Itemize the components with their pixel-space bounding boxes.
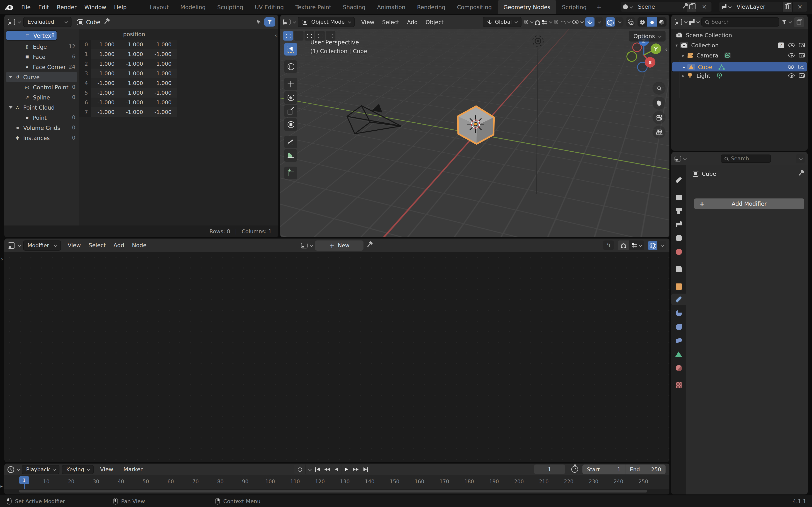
hide-eye-toggle[interactable] xyxy=(788,65,794,69)
topbar-menu[interactable]: File xyxy=(17,4,35,10)
light-object[interactable] xyxy=(531,34,545,193)
mesh-data-badge[interactable] xyxy=(718,64,725,70)
render-visibility-toggle[interactable] xyxy=(799,73,805,78)
topbar-menu[interactable]: Window xyxy=(81,4,110,10)
expand-chevron-icon[interactable] xyxy=(18,86,24,89)
outliner-row-scene-collection[interactable]: Scene Collection xyxy=(671,30,808,40)
spreadsheet-domain-row[interactable]: Spline 0 xyxy=(6,92,77,102)
viewport-sidebar-toggle[interactable]: ‹ xyxy=(665,46,667,53)
overlay-settings-dropdown[interactable] xyxy=(615,17,623,26)
tool-mode-button[interactable] xyxy=(283,31,293,41)
collapse-chevron-icon[interactable]: ▾ xyxy=(673,43,680,48)
node-editor-region-toggle[interactable]: › xyxy=(1,256,3,262)
workspace-tab[interactable]: Animation xyxy=(371,0,411,14)
evaluation-mode-dropdown[interactable]: Evaluated xyxy=(23,17,71,27)
show-gizmo-toggle[interactable] xyxy=(585,17,595,26)
zoom-button[interactable] xyxy=(653,81,666,95)
expand-chevron-icon[interactable]: ▸ xyxy=(680,73,687,78)
previous-keyframe-button[interactable] xyxy=(322,464,332,474)
annotate-tool[interactable] xyxy=(284,136,297,148)
light-data-badge[interactable] xyxy=(716,72,722,79)
spreadsheet-domain-row[interactable]: Curve xyxy=(6,72,77,82)
filter-dropdown[interactable] xyxy=(781,19,791,24)
table-row[interactable]: 0 1.000 1.000 1.000 xyxy=(79,40,177,49)
table-row[interactable]: 6 -1.000 -1.000 1.000 xyxy=(79,98,177,107)
editor-type-chevron-icon[interactable] xyxy=(17,467,20,471)
next-keyframe-button[interactable] xyxy=(351,464,361,474)
camera-object[interactable] xyxy=(344,101,407,145)
playhead[interactable]: 1 xyxy=(19,476,29,484)
keying-settings-dropdown[interactable] xyxy=(305,464,313,474)
outliner-editor-icon[interactable] xyxy=(675,19,682,25)
topbar-menu[interactable]: Render xyxy=(53,4,81,10)
cursor-tool[interactable] xyxy=(284,60,297,73)
end-frame-field[interactable]: End250 xyxy=(625,464,666,474)
workspace-tab[interactable]: Layout xyxy=(144,0,174,14)
spreadsheet-domain-row[interactable]: Instances 0 xyxy=(6,133,77,143)
tab-tool[interactable] xyxy=(671,174,686,186)
camera-view-button[interactable] xyxy=(653,111,666,124)
pin-icon[interactable] xyxy=(799,172,802,175)
node-group-selector[interactable] xyxy=(301,242,312,248)
camera-data-badge[interactable] xyxy=(724,52,731,58)
outliner-row-collection[interactable]: ▾ Collection ✓ xyxy=(671,40,808,50)
node-editor-menu[interactable]: View xyxy=(64,242,85,249)
table-row[interactable]: 1 1.000 1.000 -1.000 xyxy=(79,49,177,59)
proportional-falloff-dropdown[interactable] xyxy=(561,20,570,23)
render-visibility-toggle[interactable] xyxy=(799,43,805,47)
orthographic-toggle-button[interactable] xyxy=(653,125,666,138)
display-mode-dropdown[interactable] xyxy=(689,19,699,24)
blender-logo-icon[interactable] xyxy=(4,2,14,12)
node-snap-toggle[interactable] xyxy=(618,240,629,250)
viewport-menu[interactable]: Select xyxy=(378,18,403,25)
table-row[interactable]: 3 1.000 -1.000 -1.000 xyxy=(79,68,177,78)
tab-physics[interactable] xyxy=(671,321,686,333)
spreadsheet-sidebar-toggle[interactable]: ‹ xyxy=(275,32,277,39)
row-filter-toggle[interactable] xyxy=(264,17,275,26)
expand-chevron-icon[interactable] xyxy=(18,66,24,68)
node-editor-menu[interactable]: Node xyxy=(128,242,150,249)
editor-type-chevron-icon[interactable] xyxy=(293,20,296,23)
tab-world[interactable] xyxy=(671,246,686,258)
node-canvas[interactable] xyxy=(4,252,669,462)
tool-mode-button[interactable] xyxy=(305,31,314,41)
jump-to-end-button[interactable] xyxy=(361,464,370,474)
spreadsheet-editor-icon[interactable] xyxy=(8,19,15,25)
properties-options-dropdown[interactable] xyxy=(796,154,805,163)
shading-solid-button[interactable]: ● xyxy=(647,17,657,26)
workspace-tab[interactable]: Scripting xyxy=(556,0,592,14)
add-cube-tool[interactable] xyxy=(284,167,297,179)
tab-material[interactable] xyxy=(671,362,686,374)
outliner-row-light[interactable]: ▸ Light xyxy=(671,70,808,80)
scene-selector[interactable]: Scene × xyxy=(620,1,712,12)
node-snap-dropdown[interactable] xyxy=(629,240,644,250)
topbar-menu[interactable]: Edit xyxy=(35,4,53,10)
expand-chevron-icon[interactable] xyxy=(18,116,24,119)
render-visibility-toggle[interactable] xyxy=(799,65,804,69)
move-tool[interactable] xyxy=(284,78,297,90)
tab-object[interactable] xyxy=(671,281,686,292)
spreadsheet-domain-row[interactable]: Face Corner 24 xyxy=(6,62,77,72)
expand-chevron-icon[interactable] xyxy=(9,137,14,139)
expand-chevron-icon[interactable] xyxy=(19,34,24,37)
workspace-tab[interactable]: Texture Paint xyxy=(290,0,337,14)
tab-texture[interactable] xyxy=(671,379,686,391)
playback-dropdown[interactable]: Playback xyxy=(22,465,59,474)
properties-editor-icon[interactable] xyxy=(675,156,681,161)
show-overlays-toggle[interactable] xyxy=(606,17,615,26)
spreadsheet-domain-row[interactable]: Control Point 0 xyxy=(6,82,77,92)
new-collection-button[interactable] xyxy=(794,17,804,27)
node-editor-icon[interactable] xyxy=(8,242,15,248)
pin-icon[interactable] xyxy=(683,5,686,8)
tab-view-layer[interactable] xyxy=(671,218,686,230)
new-view-layer-button[interactable] xyxy=(782,2,792,12)
outliner-search[interactable] xyxy=(701,17,779,26)
tab-particles[interactable] xyxy=(671,307,686,319)
tool-mode-button[interactable] xyxy=(315,31,325,41)
hide-eye-toggle[interactable] xyxy=(788,73,795,78)
transform-orientation-dropdown[interactable]: Global xyxy=(483,17,521,27)
tool-mode-button[interactable] xyxy=(294,31,304,41)
expand-chevron-icon[interactable]: ▸ xyxy=(680,64,687,69)
scale-tool[interactable] xyxy=(284,105,297,117)
rotate-tool[interactable] xyxy=(284,91,297,104)
